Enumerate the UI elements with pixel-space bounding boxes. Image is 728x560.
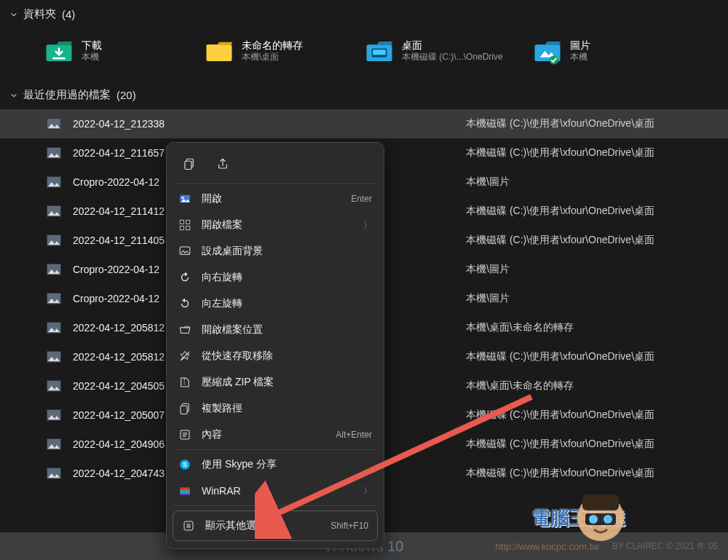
folder-title: 下載 — [82, 39, 102, 52]
svg-rect-39 — [186, 220, 190, 224]
file-path: 本機磁碟 (C:)\使用者\xfour\OneDrive\桌面 — [466, 146, 654, 159]
context-menu-item[interactable]: 開啟Enter — [170, 186, 381, 212]
file-path: 本機磁碟 (C:)\使用者\xfour\OneDrive\桌面 — [466, 409, 654, 422]
folder-downloads[interactable]: 下載 本機 — [44, 36, 175, 66]
svg-rect-5 — [373, 50, 386, 55]
file-path: 本機磁碟 (C:)\使用者\xfour\OneDrive\桌面 — [466, 117, 654, 130]
context-menu-label: 向左旋轉 — [202, 297, 372, 310]
copy-path-icon — [178, 402, 191, 415]
separator — [173, 184, 378, 184]
section-header-recent[interactable]: 最近使用過的檔案 (20) — [0, 81, 728, 109]
context-menu-item[interactable]: 向右旋轉 — [170, 264, 381, 291]
section-count: (20) — [116, 89, 136, 101]
context-menu-label: 使用 Skype 分享 — [202, 458, 372, 471]
file-name: 2022-04-12_212338 — [73, 118, 466, 130]
context-menu-item[interactable]: S使用 Skype 分享 — [170, 451, 381, 478]
context-menu-item[interactable]: 壓縮成 ZIP 檔案 — [170, 369, 381, 395]
download-folder-icon — [44, 36, 74, 66]
chevron-down-icon — [10, 11, 17, 18]
separator — [173, 449, 378, 450]
file-path: 本機\圖片 — [466, 263, 510, 276]
folder-unnamed-export[interactable]: 未命名的轉存 本機\桌面 — [204, 36, 335, 66]
file-path: 本機\圖片 — [466, 176, 510, 189]
file-explorer-window: 資料夾 (4) 下載 本機 未命名的轉存 本機\桌面 — [0, 0, 728, 560]
folder-desktop[interactable]: 桌面 本機磁碟 (C:)\...\OneDrive — [364, 36, 503, 66]
context-menu-item[interactable]: WinRAR〉 — [170, 478, 381, 504]
share-icon[interactable] — [210, 151, 235, 176]
context-menu-label: 設成桌面背景 — [202, 245, 372, 258]
image-icon — [178, 192, 191, 205]
svg-rect-35 — [185, 161, 191, 169]
chevron-down-icon — [10, 92, 17, 99]
folder-title: 桌面 — [402, 39, 503, 52]
pictures-folder-icon — [532, 36, 563, 66]
context-menu-label: 開啟 — [202, 192, 341, 205]
skype-icon: S — [178, 458, 191, 471]
separator — [173, 505, 378, 506]
context-menu-label: 從快速存取移除 — [202, 350, 372, 363]
chevron-right-icon: 〉 — [363, 219, 372, 232]
context-menu-item[interactable]: 開啟檔案位置 — [170, 317, 381, 343]
file-path: 本機磁碟 (C:)\使用者\xfour\OneDrive\桌面 — [466, 467, 654, 480]
svg-rect-56 — [582, 494, 619, 510]
folder-pictures[interactable]: 圖片 本機 — [532, 36, 663, 66]
section-header-folders[interactable]: 資料夾 (4) — [0, 0, 728, 28]
context-menu: 開啟Enter開啟檔案〉設成桌面背景向右旋轉向左旋轉開啟檔案位置從快速存取移除壓… — [166, 142, 384, 549]
file-thumbnail-icon — [47, 118, 61, 130]
section-label: 資料夾 — [23, 7, 56, 21]
zip-icon — [178, 376, 191, 389]
file-path: 本機\桌面\未命名的轉存 — [466, 321, 574, 334]
file-path: 本機磁碟 (C:)\使用者\xfour\OneDrive\桌面 — [466, 234, 654, 247]
context-menu-item[interactable]: 內容Alt+Enter — [170, 422, 381, 448]
folders-row: 下載 本機 未命名的轉存 本機\桌面 桌面 本機磁碟 (C:)\...\OneD… — [0, 28, 728, 81]
file-thumbnail-icon — [47, 176, 61, 188]
file-thumbnail-icon — [47, 205, 61, 217]
context-menu-item[interactable]: 從快速存取移除 — [170, 343, 381, 369]
context-menu-item[interactable]: 複製路徑 — [170, 395, 381, 422]
svg-rect-41 — [186, 226, 190, 230]
file-thumbnail-icon — [47, 380, 61, 392]
folder-subtitle: 本機磁碟 (C:)\...\OneDrive — [402, 52, 503, 63]
context-menu-quick-actions — [170, 146, 381, 182]
file-row[interactable]: 2022-04-12_212338本機磁碟 (C:)\使用者\xfour\One… — [0, 109, 728, 138]
file-thumbnail-icon — [47, 322, 61, 334]
section-count: (4) — [62, 8, 75, 20]
folder-title: 未命名的轉存 — [242, 39, 303, 52]
file-thumbnail-icon — [47, 147, 61, 159]
file-thumbnail-icon — [47, 234, 61, 246]
rotate-right-icon — [178, 271, 191, 284]
context-menu-label: 開啟檔案位置 — [202, 323, 372, 336]
svg-point-7 — [549, 55, 558, 64]
svg-rect-1 — [52, 58, 66, 60]
svg-point-58 — [589, 515, 598, 524]
context-menu-label: 開啟檔案 — [202, 218, 353, 232]
chevron-right-icon: 〉 — [363, 485, 372, 497]
file-thumbnail-icon — [47, 409, 61, 421]
context-menu-item[interactable]: 開啟檔案〉 — [170, 212, 381, 238]
folder-subtitle: 本機 — [570, 52, 590, 63]
svg-text:S: S — [183, 461, 187, 468]
watermark-mascot-icon — [568, 481, 633, 547]
unpin-icon — [178, 350, 191, 363]
file-thumbnail-icon — [47, 293, 61, 304]
file-thumbnail-icon — [47, 351, 61, 363]
more-options-icon — [182, 519, 195, 532]
context-menu-item[interactable]: 設成桌面背景 — [170, 238, 381, 264]
wallpaper-icon — [178, 245, 191, 258]
svg-rect-52 — [180, 492, 190, 494]
context-menu-show-more[interactable]: 顯示其他選項 Shift+F10 — [173, 510, 378, 541]
folder-icon — [204, 36, 234, 66]
winrar-icon — [178, 484, 191, 497]
context-menu-item[interactable]: 向左旋轉 — [170, 291, 381, 317]
context-menu-label: 向右旋轉 — [202, 271, 372, 284]
svg-point-59 — [604, 515, 612, 524]
copy-icon[interactable] — [177, 151, 202, 176]
folder-subtitle: 本機 — [82, 52, 102, 63]
svg-point-37 — [182, 197, 184, 199]
context-menu-shortcut: Shift+F10 — [331, 521, 368, 531]
folder-open-icon — [178, 323, 191, 336]
context-menu-shortcut: Enter — [351, 194, 372, 204]
context-menu-label: 壓縮成 ZIP 檔案 — [202, 376, 372, 389]
svg-rect-40 — [180, 226, 183, 230]
file-thumbnail-icon — [47, 438, 61, 450]
